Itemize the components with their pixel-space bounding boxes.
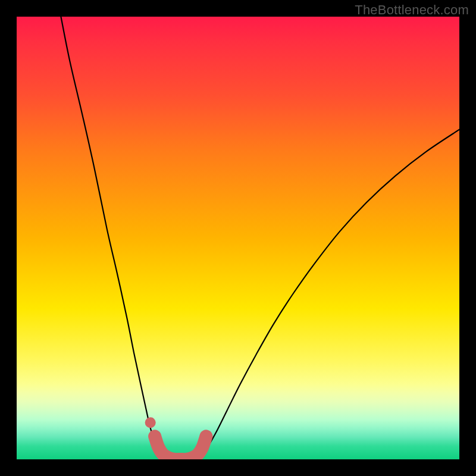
valley-marker-series — [145, 417, 206, 459]
valley-marker-dot — [145, 417, 156, 428]
plot-area — [17, 17, 459, 459]
watermark-text: TheBottleneck.com — [355, 2, 469, 18]
chart-frame: TheBottleneck.com — [0, 0, 476, 476]
curve-right-branch — [201, 130, 459, 459]
curve-left-branch — [61, 17, 162, 459]
valley-marker-u — [155, 436, 206, 459]
curve-layer — [17, 17, 459, 459]
bottleneck-curve — [61, 17, 459, 459]
